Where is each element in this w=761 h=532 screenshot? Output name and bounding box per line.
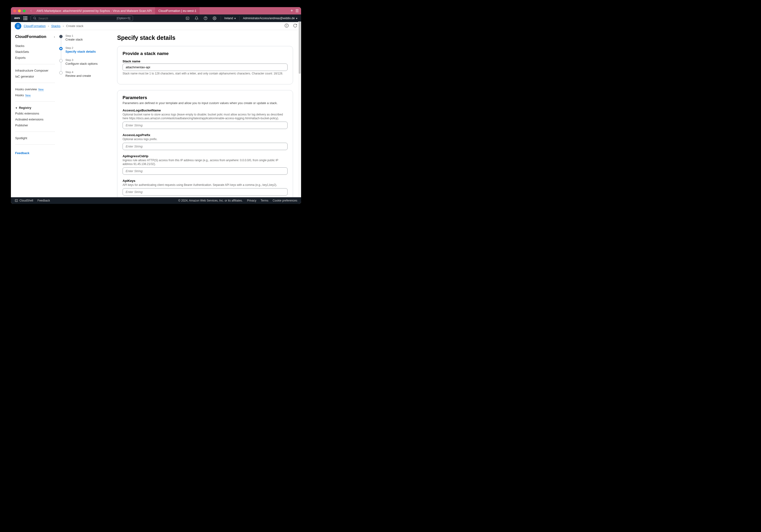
param-input-3[interactable] (123, 188, 288, 196)
cloudshell-icon[interactable] (185, 16, 190, 20)
help-icon[interactable] (203, 16, 208, 20)
main-content: Specify stack details Provide a stack na… (115, 30, 301, 197)
page-scrollbar[interactable] (298, 22, 301, 197)
search-icon (33, 17, 36, 20)
step-2[interactable]: Step 2Specify stack details (59, 46, 112, 59)
param-desc: API keys for authenticating client reque… (123, 183, 288, 188)
info-icon[interactable] (284, 24, 289, 29)
param-label: ApiKeys (123, 179, 288, 183)
footer-cloudshell[interactable]: CloudShell (15, 199, 33, 202)
sidebar-item-iac-generator[interactable]: IaC generator (15, 74, 55, 80)
panel-title: Parameters (123, 95, 288, 100)
page-title: Specify stack details (117, 34, 293, 41)
sidebar-feedback-link[interactable]: Feedback (15, 148, 55, 155)
browser-tab-active[interactable]: CloudFormation | eu-west-1 (155, 7, 200, 15)
window-titlebar: ‹ AWS Marketplace: attachmentAV powered … (11, 7, 301, 15)
region-selector[interactable]: Ireland▼ (224, 17, 236, 20)
sidebar-title: CloudFormation (15, 34, 46, 39)
svg-point-5 (205, 19, 206, 19)
nav-back-button[interactable]: ‹ (29, 8, 33, 14)
step-3[interactable]: Step 3Configure stack options (59, 59, 112, 71)
sidebar-collapse-icon[interactable]: ‹ (54, 35, 55, 39)
sidebar-item-stacks[interactable]: Stacks (15, 43, 55, 49)
stack-name-input[interactable] (123, 64, 288, 71)
global-search[interactable]: [Option+S] (30, 15, 133, 21)
browser-tab-inactive[interactable]: AWS Marketplace: attachmentAV powered by… (33, 7, 155, 15)
breadcrumb-stacks[interactable]: Stacks (51, 24, 60, 28)
param-label: AccessLogsBucketName (123, 109, 288, 113)
param-input-2[interactable] (123, 167, 288, 175)
side-nav-toggle[interactable]: ☰ (15, 23, 21, 30)
aws-footer: CloudShell Feedback © 2024, Amazon Web S… (11, 197, 301, 204)
panel-subtitle: Parameters are defined in your template … (123, 101, 288, 105)
sidebar-item-exports[interactable]: Exports (15, 55, 55, 61)
aws-logo[interactable]: aws⌣ (14, 16, 20, 21)
search-kbd-hint: [Option+S] (117, 17, 130, 20)
param-desc: Optional access logs prefix. (123, 137, 288, 143)
step-4[interactable]: Step 4Review and create (59, 71, 112, 83)
sidebar-item-public-extensions[interactable]: Public extensions (15, 110, 55, 116)
breadcrumb: CloudFormation › Stacks › Create stack (24, 24, 84, 28)
aws-top-nav: aws⌣ [Option+S] Ireland▼ AdministratorAc… (11, 15, 301, 22)
settings-icon[interactable] (212, 16, 217, 20)
param-label: AccessLogsPrefix (123, 133, 288, 137)
notifications-icon[interactable] (194, 16, 200, 20)
search-input[interactable] (38, 17, 115, 20)
minimize-window-button[interactable] (18, 10, 21, 12)
parameters-panel: Parameters Parameters are defined in you… (117, 90, 293, 197)
stack-name-label: Stack name (123, 60, 288, 64)
sidebar-item-publisher[interactable]: Publisher (15, 122, 55, 128)
sidebar-registry-header[interactable]: ▼Registry (15, 105, 55, 110)
wizard-stepper: Step 1Create stack Step 2Specify stack d… (59, 30, 115, 197)
step-1[interactable]: Step 1Create stack (59, 34, 112, 46)
svg-line-1 (35, 19, 36, 20)
footer-feedback[interactable]: Feedback (37, 199, 50, 202)
breadcrumb-bar: ☰ CloudFormation › Stacks › Create stack (11, 22, 301, 30)
footer-terms[interactable]: Terms (261, 199, 268, 202)
param-input-1[interactable] (123, 143, 288, 150)
panel-title: Provide a stack name (123, 51, 288, 56)
footer-cookies[interactable]: Cookie preferences (273, 199, 297, 202)
new-tab-button[interactable]: + (290, 8, 293, 13)
stack-name-panel: Provide a stack name Stack name Stack na… (117, 46, 293, 85)
close-window-button[interactable] (13, 10, 16, 12)
sidebar-item-spotlight[interactable]: Spotlight (15, 135, 55, 141)
service-sidebar: CloudFormation‹ Stacks StackSets Exports… (11, 30, 59, 197)
sidebar-item-hooks-overview[interactable]: Hooks overviewNew (15, 86, 55, 92)
sidebar-item-hooks[interactable]: HooksNew (15, 92, 55, 98)
breadcrumb-current: Create stack (66, 24, 84, 28)
account-menu[interactable]: AdministratorAccess/andreas@widdix.de▼ (243, 17, 298, 20)
sidebar-item-activated-extensions[interactable]: Activated extensions (15, 116, 55, 122)
sidebar-item-stacksets[interactable]: StackSets (15, 49, 55, 55)
param-label: ApiIngressCidrIp (123, 154, 288, 158)
browser-menu-button[interactable]: ☰ (295, 9, 299, 13)
stack-name-hint: Stack name must be 1 to 128 characters, … (123, 71, 288, 75)
param-input-0[interactable] (123, 122, 288, 129)
breadcrumb-cloudformation[interactable]: CloudFormation (24, 24, 46, 28)
footer-copyright: © 2024, Amazon Web Services, Inc. or its… (178, 199, 243, 202)
maximize-window-button[interactable] (23, 10, 26, 12)
svg-point-0 (33, 17, 35, 19)
param-desc: Ingress rule allows HTTP(S) access from … (123, 158, 288, 167)
refresh-icon[interactable] (293, 24, 297, 29)
svg-point-6 (214, 18, 215, 19)
param-desc: Optional bucket name to store access log… (123, 113, 288, 122)
services-grid-icon[interactable] (24, 16, 27, 20)
footer-privacy[interactable]: Privacy (247, 199, 256, 202)
sidebar-item-infra-composer[interactable]: Infrastructure Composer (15, 68, 55, 74)
